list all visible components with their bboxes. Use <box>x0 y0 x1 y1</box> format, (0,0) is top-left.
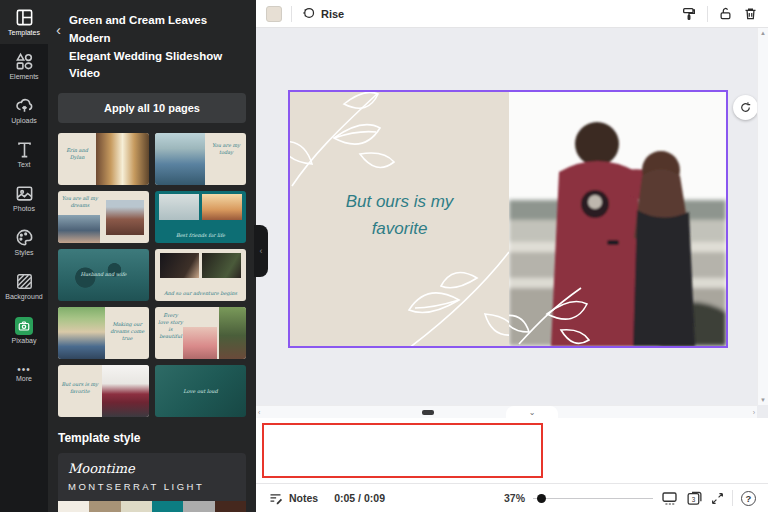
thumbnail-photo <box>159 194 199 220</box>
sidebar-item-label: Pixabay <box>12 337 37 344</box>
unlock-icon <box>718 6 733 21</box>
template-style-card[interactable]: Moontime MONTSERRAT LIGHT <box>58 453 246 512</box>
pixabay-icon <box>15 317 33 335</box>
sidebar-item-label: Elements <box>9 73 38 80</box>
object-panel-rail: Templates Elements Uploads Text Photos S… <box>0 0 48 512</box>
leaf-decoration-top-left <box>290 92 402 196</box>
sidebar-item-pixabay[interactable]: Pixabay <box>0 308 48 352</box>
slide-text-line1: But ours is my <box>290 188 509 215</box>
sidebar-item-uploads[interactable]: Uploads <box>0 88 48 132</box>
help-button[interactable]: ? <box>741 491 756 506</box>
palette-swatch-5 <box>183 501 214 512</box>
thumbnail-caption: Husband and wife <box>58 271 149 278</box>
back-button[interactable]: ‹ <box>56 12 61 37</box>
template-thumbnail-3[interactable]: You are all my dreams <box>58 191 149 243</box>
thumbnail-caption: But ours is my favorite <box>61 381 99 395</box>
templates-panel: ‹ Green and Cream Leaves Modern Elegant … <box>48 0 256 512</box>
thumbnail-caption: Making our dreams come true <box>108 321 146 342</box>
sidebar-item-templates[interactable]: Templates <box>0 0 48 44</box>
delete-button[interactable] <box>743 6 758 21</box>
palette-swatch-6 <box>215 501 246 512</box>
zoom-slider-track <box>533 498 653 500</box>
editor-main: Rise <box>256 0 768 512</box>
notes-button[interactable]: Notes <box>268 491 318 506</box>
couple-photo <box>509 92 726 346</box>
slide-text[interactable]: But ours is my favorite <box>290 188 509 242</box>
sidebar-item-text[interactable]: Text <box>0 132 48 176</box>
animate-label: Rise <box>321 8 344 20</box>
template-thumbnail-2[interactable]: You are my today <box>155 133 246 185</box>
sidebar-item-background[interactable]: Background <box>0 264 48 308</box>
apply-all-pages-button[interactable]: Apply all 10 pages <box>58 93 246 123</box>
chevron-down-icon: ⌄ <box>529 408 536 417</box>
more-icon: ••• <box>17 367 31 373</box>
design-page[interactable]: But ours is my favorite <box>290 92 726 346</box>
thumbnail-photo <box>96 133 149 185</box>
zoom-slider-handle[interactable] <box>537 494 546 503</box>
lock-button[interactable] <box>718 6 733 21</box>
thumbnail-photo <box>219 307 246 359</box>
vertical-scrollbar[interactable]: ▲ ▼ <box>757 28 768 405</box>
template-thumbnail-7[interactable]: Making our dreams come true <box>58 307 149 359</box>
template-thumbnail-9[interactable]: But ours is my favorite <box>58 365 149 417</box>
template-title-line1: Green and Cream Leaves Modern <box>69 12 246 48</box>
template-thumbnail-10[interactable]: Love out loud <box>155 365 246 417</box>
slide-beige-half: But ours is my favorite <box>290 92 509 346</box>
statusbar-divider <box>732 490 733 506</box>
canva-editor-window: Templates Elements Uploads Text Photos S… <box>0 0 768 512</box>
playback-time: 0:05 / 0:09 <box>334 492 385 504</box>
grid-view-button[interactable]: 3 <box>686 490 703 507</box>
timeline-collapse-tab[interactable]: ⌄ <box>506 406 558 419</box>
template-thumbnail-8[interactable]: Every love story is beautiful <box>155 307 246 359</box>
animate-button[interactable]: Rise <box>301 6 344 21</box>
template-thumbnail-4[interactable]: Best friends for life <box>155 191 246 243</box>
palette-swatch-4 <box>152 501 183 512</box>
video-timeline: ▶ Erin and Dylan 2.9s + But ours is my f… <box>256 418 768 483</box>
sidebar-item-elements[interactable]: Elements <box>0 44 48 88</box>
slide-text-line2: favorite <box>290 215 509 242</box>
template-title: Green and Cream Leaves Modern Elegant We… <box>69 12 246 83</box>
template-thumbnail-1[interactable]: Erin and Dylan <box>58 133 149 185</box>
background-icon <box>15 272 34 291</box>
sidebar-item-label: More <box>16 375 32 382</box>
notes-label: Notes <box>289 492 318 504</box>
panel-collapse-handle[interactable]: ‹ <box>254 225 268 277</box>
present-button[interactable] <box>661 491 678 506</box>
pages-icon: 3 <box>686 490 703 507</box>
photos-icon <box>15 184 34 203</box>
sidebar-item-label: Photos <box>13 205 35 212</box>
scroll-right-icon[interactable]: › <box>753 409 755 416</box>
toolbar-divider <box>291 6 292 22</box>
thumbnail-photo <box>183 327 217 359</box>
text-icon <box>15 140 34 159</box>
scroll-down-icon[interactable]: ▼ <box>760 397 766 403</box>
rotate-icon <box>739 101 752 114</box>
fullscreen-button[interactable] <box>711 492 724 505</box>
slide-photo-half <box>509 92 726 346</box>
copy-style-button[interactable] <box>681 6 697 22</box>
scrollbar-thumb[interactable] <box>422 410 434 415</box>
sidebar-item-label: Styles <box>14 249 33 256</box>
scroll-left-icon[interactable]: ‹ <box>258 409 260 416</box>
template-thumbnail-5[interactable]: Husband and wife <box>58 249 149 301</box>
sidebar-item-styles[interactable]: Styles <box>0 220 48 264</box>
styles-icon <box>15 228 34 247</box>
elements-icon <box>15 52 34 71</box>
thumbnail-caption: Every love story is beautiful <box>158 312 183 340</box>
palette-swatch-1 <box>58 501 89 512</box>
leaf-decoration-bottom-right <box>389 244 509 346</box>
background-color-swatch[interactable] <box>266 6 282 22</box>
sidebar-item-label: Background <box>5 293 42 300</box>
template-thumbnail-6[interactable]: And so our adventure begins <box>155 249 246 301</box>
rotate-button[interactable] <box>733 95 758 120</box>
sidebar-item-more[interactable]: ••• More <box>0 352 48 396</box>
zoom-slider[interactable] <box>533 491 653 505</box>
palette-swatch-2 <box>89 501 120 512</box>
palette-swatches <box>58 501 246 512</box>
scroll-up-icon[interactable]: ▲ <box>760 30 766 36</box>
status-bar: Notes 0:05 / 0:09 37% 3 ? <box>256 483 768 512</box>
sidebar-item-photos[interactable]: Photos <box>0 176 48 220</box>
template-style-fonts: Moontime MONTSERRAT LIGHT <box>58 453 246 501</box>
thumbnail-caption: Erin and Dylan <box>61 147 94 161</box>
context-toolbar: Rise <box>256 0 768 28</box>
